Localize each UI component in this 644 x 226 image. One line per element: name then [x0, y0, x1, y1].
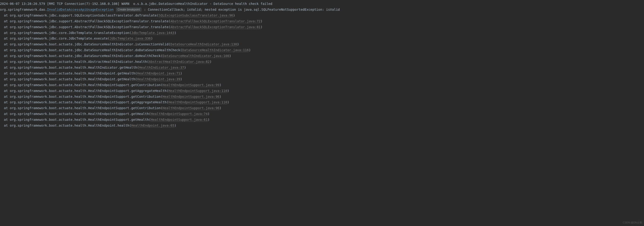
source-link[interactable]: DataSourceHealthIndicator.java:116: [182, 48, 249, 52]
stack-frame: at org.springframework.boot.actuate.jdbc…: [0, 42, 644, 47]
stack-frame: at org.springframework.jdbc.core.JdbcTem…: [0, 30, 644, 36]
stack-frame: at org.springframework.boot.actuate.heal…: [0, 117, 644, 123]
stack-frame-close: ): [151, 37, 153, 40]
stack-frame: at org.springframework.jdbc.support.Abst…: [0, 18, 644, 24]
source-link[interactable]: AbstractFallbackSQLExceptionTranslator.j…: [170, 19, 260, 23]
stack-frame: at org.springframework.jdbc.support.Abst…: [0, 24, 644, 30]
stack-frame-method: at org.springframework.boot.actuate.jdbc…: [4, 54, 163, 58]
stack-frame-method: at org.springframework.boot.actuate.heal…: [4, 112, 151, 116]
stack-frame-method: at org.springframework.boot.actuate.jdbc…: [4, 42, 170, 46]
stack-frame: at org.springframework.boot.actuate.heal…: [0, 65, 644, 71]
source-link[interactable]: DataSourceHealthIndicator.java:100: [163, 54, 230, 58]
stack-frame: at org.springframework.jdbc.support.SQLE…: [0, 13, 644, 18]
source-link[interactable]: HealthEndpointSupport.java:96: [163, 95, 220, 98]
stack-frame-close: ): [180, 72, 182, 75]
stack-frame-close: ): [220, 95, 221, 98]
stack-frame: at org.springframework.boot.actuate.heal…: [0, 111, 644, 117]
source-link[interactable]: JdbcTemplate.java:336: [110, 37, 151, 40]
log-level: WARN: [122, 2, 130, 6]
stack-frame: at org.springframework.boot.actuate.jdbc…: [0, 47, 644, 53]
source-link[interactable]: HealthEndpointSupport.java:110: [168, 89, 227, 93]
stack-frame-close: ): [184, 66, 186, 69]
stack-frame-method: at org.springframework.jdbc.support.Abst…: [4, 25, 170, 29]
exception-class-link[interactable]: InvalidDataAccessApiUsageException: [47, 8, 114, 12]
separator: -: [210, 2, 212, 6]
stack-frame-close: ): [210, 60, 212, 64]
source-link[interactable]: AbstractHealthIndicator.java:82: [149, 60, 210, 64]
source-link[interactable]: HealthEndpoint.java:71: [137, 72, 180, 75]
stack-frame: at org.springframework.boot.actuate.heal…: [0, 59, 644, 65]
stack-frame-close: ): [229, 54, 231, 58]
stack-frame-method: at org.springframework.boot.actuate.heal…: [4, 77, 137, 81]
timestamp: 2024-06-07 13:28:20.579: [0, 2, 45, 6]
source-link[interactable]: HealthEndpointSupport.java:74: [151, 112, 208, 116]
exception-message: : ConnectionCallback; isValid; nested ex…: [144, 8, 340, 12]
stack-frame-close: ): [237, 42, 239, 46]
stack-frame-method: at org.springframework.boot.actuate.heal…: [4, 66, 139, 69]
stack-frame-method: at org.springframework.boot.actuate.heal…: [4, 100, 168, 104]
stack-frame-close: ): [227, 100, 229, 104]
stack-frame-method: at org.springframework.jdbc.support.Abst…: [4, 19, 170, 23]
stack-trace: at org.springframework.jdbc.support.SQLE…: [0, 13, 644, 128]
stack-frame-close: ): [227, 89, 229, 93]
log-message: DataSource health check failed: [214, 2, 272, 6]
stack-frame-method: at org.springframework.boot.actuate.heal…: [4, 72, 137, 75]
stack-frame-close: ): [220, 83, 221, 87]
stack-frame: at org.springframework.boot.actuate.heal…: [0, 105, 644, 111]
stack-frame: at org.springframework.boot.actuate.heal…: [0, 99, 644, 105]
source-link[interactable]: HealthEndpointSupport.java:99: [163, 83, 220, 87]
source-link[interactable]: HealthEndpoint.java:65: [131, 124, 174, 127]
source-link[interactable]: HealthIndicator.java:37: [139, 66, 184, 69]
stack-frame: at org.springframework.boot.actuate.heal…: [0, 123, 644, 128]
stack-frame-method: at org.springframework.jdbc.core.JdbcTem…: [4, 37, 110, 40]
logger-name: o.s.b.a.jdbc.DataSourceHealthIndicator: [133, 2, 208, 6]
stack-frame: at org.springframework.boot.actuate.heal…: [0, 71, 644, 76]
source-link[interactable]: HealthEndpointSupport.java:110: [168, 100, 227, 104]
source-link[interactable]: DataSourceHealthIndicator.java:130: [170, 42, 237, 46]
exception-package: org.springframework.dao.: [0, 8, 47, 12]
stack-frame-close: ): [260, 25, 262, 29]
stack-frame-method: at org.springframework.boot.actuate.heal…: [4, 83, 163, 87]
stack-frame-close: ): [180, 77, 182, 81]
stack-frame-method: at org.springframework.boot.actuate.jdbc…: [4, 48, 182, 52]
source-link[interactable]: HealthEndpoint.java:39: [137, 77, 180, 81]
create-breakpoint-button[interactable]: Create breakpoint: [116, 8, 141, 12]
stack-frame-close: ): [233, 14, 235, 17]
stack-frame-method: at org.springframework.boot.actuate.heal…: [4, 118, 151, 121]
stack-frame-close: ): [174, 31, 176, 35]
console-log: 2024-06-07 13:28:20.579 [RMI TCP Connect…: [0, 1, 644, 128]
stack-frame-method: at org.springframework.boot.actuate.heal…: [4, 60, 149, 64]
stack-frame-close: ): [260, 19, 262, 23]
stack-frame-method: at org.springframework.jdbc.core.JdbcTem…: [4, 31, 131, 35]
stack-frame-method: at org.springframework.boot.actuate.heal…: [4, 89, 168, 93]
stack-frame: at org.springframework.boot.actuate.jdbc…: [0, 53, 644, 59]
source-link[interactable]: HealthEndpointSupport.java:96: [163, 106, 220, 110]
source-link[interactable]: JdbcTemplate.java:1443: [131, 31, 174, 35]
stack-frame-close: ): [208, 112, 210, 116]
stack-frame: at org.springframework.boot.actuate.heal…: [0, 88, 644, 94]
exception-line: org.springframework.dao.InvalidDataAcces…: [0, 7, 644, 13]
stack-frame-close: ): [249, 48, 250, 52]
log-header-line: 2024-06-07 13:28:20.579 [RMI TCP Connect…: [0, 1, 644, 7]
stack-frame-close: ): [174, 124, 176, 127]
stack-frame-method: at org.springframework.boot.actuate.heal…: [4, 95, 163, 98]
stack-frame-close: ): [208, 118, 210, 121]
source-link[interactable]: AbstractFallbackSQLExceptionTranslator.j…: [170, 25, 260, 29]
stack-frame-close: ): [220, 106, 221, 110]
thread: [RMI TCP Connection(7)-192.168.0.108]: [47, 2, 120, 6]
stack-frame-method: at org.springframework.boot.actuate.heal…: [4, 106, 163, 110]
stack-frame: at org.springframework.boot.actuate.heal…: [0, 76, 644, 82]
stack-frame: at org.springframework.jdbc.core.JdbcTem…: [0, 36, 644, 42]
stack-frame-method: at org.springframework.boot.actuate.heal…: [4, 124, 131, 127]
stack-frame: at org.springframework.boot.actuate.heal…: [0, 94, 644, 100]
source-link[interactable]: HealthEndpointSupport.java:61: [151, 118, 208, 121]
stack-frame-method: at org.springframework.jdbc.support.SQLE…: [4, 14, 159, 17]
source-link[interactable]: SQLExceptionSubclassTranslator.java:96: [159, 14, 233, 17]
stack-frame: at org.springframework.boot.actuate.heal…: [0, 82, 644, 88]
